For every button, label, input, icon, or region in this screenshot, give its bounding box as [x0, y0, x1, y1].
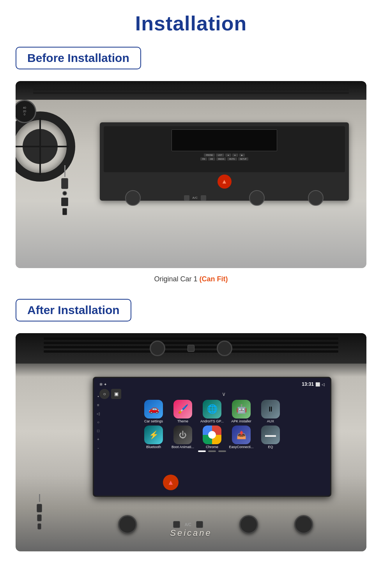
app-apk-installer[interactable]: 🤖 APK installer: [229, 400, 254, 423]
after-installation-image: ✻ ✦ 13:31 ⬜ ◁ ○ ▣ ∨ 🚗: [16, 333, 366, 551]
apps-row-2: ⚡ Bluetooth ⏻ Boot Animati... Chrome: [96, 426, 328, 449]
before-installation-image: 40200 PHONE LIST ◄ ► ▶: [16, 81, 366, 268]
app-chrome[interactable]: Chrome: [200, 426, 225, 449]
app-boot-animation[interactable]: ⏻ Boot Animati...: [170, 426, 196, 449]
app-theme[interactable]: 🖌️ Theme: [170, 400, 196, 423]
app-androits[interactable]: 🌐 AndroITS GP...: [200, 400, 225, 423]
app-bluetooth[interactable]: ⚡ Bluetooth: [141, 426, 166, 449]
app-car-settings[interactable]: 🚗 Car settings: [141, 400, 166, 423]
apps-row-1: 🚗 Car settings 🖌️ Theme 🌐 AndroITS GP...: [96, 400, 328, 423]
page-indicator: [96, 449, 328, 454]
android-status-bar: ✻ ✦ 13:31 ⬜ ◁: [96, 380, 328, 388]
android-head-unit: ✻ ✦ 13:31 ⬜ ◁ ○ ▣ ∨ 🚗: [93, 377, 331, 497]
key-fobs: [37, 494, 42, 530]
app-aux[interactable]: ⏸ AUX: [258, 400, 283, 423]
hazard-button[interactable]: ▲: [163, 475, 179, 490]
app-eq[interactable]: ▬▬ EQ: [258, 426, 283, 449]
page-title: Installation: [135, 12, 247, 35]
before-installation-label: Before Installation: [16, 47, 141, 69]
brand-watermark: Seicane: [170, 528, 212, 538]
status-time: 13:31: [302, 381, 314, 387]
screen-left-sidebar: • ≡ ◁ ○ □ + -: [96, 394, 101, 450]
top-icons-row: ○ ▣ ∨: [96, 388, 328, 400]
app-easyconnect[interactable]: 📤 EasyConnecti...: [229, 426, 254, 449]
after-installation-label: After Installation: [16, 299, 131, 321]
caption: Original Car 1 (Can Fit): [154, 275, 228, 283]
